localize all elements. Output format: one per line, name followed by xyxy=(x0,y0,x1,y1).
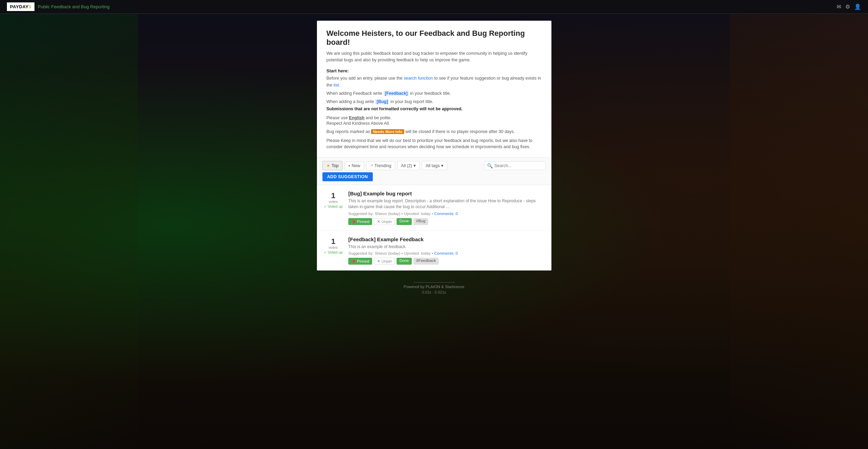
add-suggestion-button[interactable]: ADD SUGGESTION xyxy=(322,172,373,181)
tag-unpin[interactable]: ✕ Unpin xyxy=(374,218,395,225)
filter-trending-label: Trending xyxy=(375,163,391,168)
tag-pinned[interactable]: 📌 Pinned xyxy=(348,218,372,225)
post-item: 1 votes ✓ Voted up [Bug] Example bug rep… xyxy=(317,185,551,231)
filter-all-button[interactable]: All (2) ▾ xyxy=(397,161,420,170)
filter-all-label: All (2) xyxy=(401,163,412,168)
post-title[interactable]: [Feedback] Example Feedback xyxy=(348,236,545,242)
star-icon: ★ xyxy=(326,163,330,168)
site-title: Public Feedback and Bug Reporting xyxy=(38,4,110,9)
tag-pinned[interactable]: 📌 Pinned xyxy=(348,258,372,265)
post-tags: 📌 Pinned ✕ Unpin Done #Feedback xyxy=(348,258,545,265)
lang-note-2: Respect And Kindness Above All. xyxy=(327,121,542,126)
search-function-link[interactable]: search function xyxy=(404,76,433,81)
footer-divider xyxy=(413,282,455,283)
vote-section: 1 votes ✓ Voted up xyxy=(324,191,343,209)
post-content: [Feedback] Example Feedback This is an e… xyxy=(348,236,545,265)
search-box: 🔍 xyxy=(484,161,546,170)
post-content: [Bug] Example bug report This is an exam… xyxy=(348,191,545,225)
needs-more-info-badge: Needs More Info xyxy=(371,129,404,134)
filter-tags-label: All tags xyxy=(426,163,440,168)
settings-icon[interactable]: ⚙ xyxy=(845,3,850,10)
feedback-tag: [Feedback] xyxy=(383,91,409,96)
post-item: 1 votes ✓ Voted up [Feedback] Example Fe… xyxy=(317,231,551,271)
logo-text: PAYDAY xyxy=(10,4,29,9)
posts-container: 1 votes ✓ Voted up [Bug] Example bug rep… xyxy=(317,185,551,271)
powered-by: Powered by PLAION & Starbreeze xyxy=(403,285,464,289)
search-icon: 🔍 xyxy=(487,163,493,169)
english-emphasis: English xyxy=(349,115,365,120)
tag-done[interactable]: Done xyxy=(397,258,412,265)
filter-top-label: Top xyxy=(332,163,339,168)
vote-count: 1 xyxy=(331,238,335,245)
lang-note-1: Please use English and be polite. xyxy=(327,115,542,120)
post-title[interactable]: [Bug] Example bug report xyxy=(348,191,545,196)
post-excerpt: This is an example of feedback. xyxy=(348,244,545,250)
tag-unpin[interactable]: ✕ Unpin xyxy=(374,258,395,265)
footer: Powered by PLAION & Starbreeze 0.02s - 0… xyxy=(0,277,868,299)
filter-bar: ★ Top ● New ↗ Trending All (2) ▾ All tag… xyxy=(317,157,551,185)
comments-link[interactable]: Comments: 0 xyxy=(434,251,458,255)
tag-feedback[interactable]: #Feedback xyxy=(413,258,439,265)
feedback-instruction: When adding Feedback write [Feedback] in… xyxy=(327,90,542,97)
list-link[interactable]: list xyxy=(333,83,339,88)
circle-icon: ● xyxy=(348,164,350,167)
tag-bug[interactable]: #Bug xyxy=(413,218,428,225)
vote-label: votes xyxy=(329,200,338,204)
search-instruction: Before you add an entry, please use the … xyxy=(327,75,542,89)
format-warning: Submissions that are not formatted corre… xyxy=(327,106,542,111)
comments-link[interactable]: Comments: 0 xyxy=(434,212,458,216)
vote-section: 1 votes ✓ Voted up xyxy=(324,236,343,255)
vote-label: votes xyxy=(329,245,338,249)
post-meta: Suggested by: Shievo (today) • Upvoted: … xyxy=(348,212,545,216)
voted-up: ✓ Voted up xyxy=(324,250,343,255)
post-excerpt: This is an example bug report. Descripti… xyxy=(348,198,545,210)
add-suggestion-label: ADD SUGGESTION xyxy=(327,174,368,179)
filter-new-button[interactable]: ● New xyxy=(345,161,364,170)
bug-tag: [Bug] xyxy=(375,99,389,104)
logo-number: 3 xyxy=(29,4,31,9)
logo: PAYDAY3 xyxy=(7,2,34,11)
tag-done[interactable]: Done xyxy=(397,218,412,225)
filter-tags-chevron: ▾ xyxy=(441,163,443,168)
filter-trending-button[interactable]: ↗ Trending xyxy=(366,161,395,170)
navbar-brand: PAYDAY3 Public Feedback and Bug Reportin… xyxy=(7,2,837,11)
start-here-label: Start here: xyxy=(327,68,542,73)
main-wrapper: Welcome Heisters, to our Feedback and Bu… xyxy=(0,14,868,277)
filter-new-label: New xyxy=(352,163,360,168)
mail-icon[interactable]: ✉ xyxy=(837,3,841,10)
user-icon[interactable]: 👤 xyxy=(854,3,861,10)
filter-all-chevron: ▾ xyxy=(413,163,416,168)
dev-note: Please Keep in mind that we will do our … xyxy=(327,137,542,151)
trend-icon: ↗ xyxy=(370,163,373,168)
vote-count: 1 xyxy=(331,192,335,200)
voted-up: ✓ Voted up xyxy=(324,204,343,209)
filter-tags-button[interactable]: All tags ▾ xyxy=(422,161,447,170)
post-meta: Suggested by: Shievo (today) • Upvoted: … xyxy=(348,251,545,255)
navbar: PAYDAY3 Public Feedback and Bug Reportin… xyxy=(0,0,868,14)
welcome-section: Welcome Heisters, to our Feedback and Bu… xyxy=(317,21,551,157)
needs-more-info-note: Bug reports marked as Needs More Info wi… xyxy=(327,129,542,134)
timing: 0.02s - 0.021s xyxy=(5,290,863,294)
welcome-description: We are using this public feedback board … xyxy=(327,50,542,63)
content-panel: Welcome Heisters, to our Feedback and Bu… xyxy=(317,21,551,271)
bug-instruction: When adding a bug write [Bug] in your bu… xyxy=(327,98,542,105)
post-tags: 📌 Pinned ✕ Unpin Done #Bug xyxy=(348,218,545,225)
navbar-icons: ✉ ⚙ 👤 xyxy=(837,3,861,10)
search-input[interactable] xyxy=(495,163,543,168)
filter-top-button[interactable]: ★ Top xyxy=(322,161,342,170)
welcome-title: Welcome Heisters, to our Feedback and Bu… xyxy=(327,29,542,47)
